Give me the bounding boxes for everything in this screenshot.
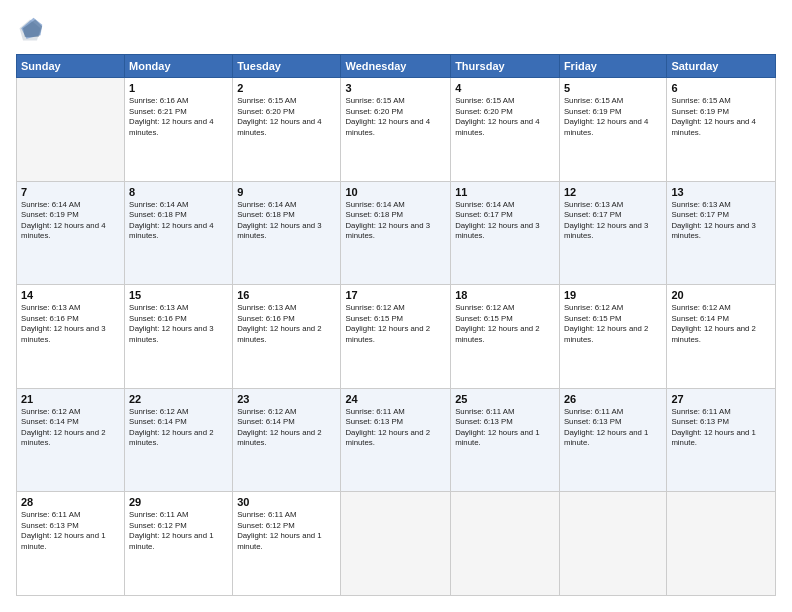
calendar-cell: 24Sunrise: 6:11 AMSunset: 6:13 PMDayligh… [341, 388, 451, 492]
day-info: Sunrise: 6:14 AMSunset: 6:18 PMDaylight:… [345, 200, 446, 242]
day-number: 17 [345, 289, 446, 301]
calendar-cell: 2Sunrise: 6:15 AMSunset: 6:20 PMDaylight… [233, 78, 341, 182]
day-number: 20 [671, 289, 771, 301]
calendar-cell: 11Sunrise: 6:14 AMSunset: 6:17 PMDayligh… [451, 181, 560, 285]
calendar-cell: 8Sunrise: 6:14 AMSunset: 6:18 PMDaylight… [125, 181, 233, 285]
calendar-cell: 15Sunrise: 6:13 AMSunset: 6:16 PMDayligh… [125, 285, 233, 389]
calendar-cell: 26Sunrise: 6:11 AMSunset: 6:13 PMDayligh… [559, 388, 666, 492]
calendar-cell: 1Sunrise: 6:16 AMSunset: 6:21 PMDaylight… [125, 78, 233, 182]
calendar-cell: 25Sunrise: 6:11 AMSunset: 6:13 PMDayligh… [451, 388, 560, 492]
day-info: Sunrise: 6:12 AMSunset: 6:15 PMDaylight:… [564, 303, 662, 345]
weekday-header: Saturday [667, 55, 776, 78]
day-info: Sunrise: 6:15 AMSunset: 6:20 PMDaylight:… [345, 96, 446, 138]
calendar-cell: 21Sunrise: 6:12 AMSunset: 6:14 PMDayligh… [17, 388, 125, 492]
day-number: 29 [129, 496, 228, 508]
logo-icon [16, 16, 44, 44]
day-info: Sunrise: 6:12 AMSunset: 6:14 PMDaylight:… [129, 407, 228, 449]
calendar-week-row: 21Sunrise: 6:12 AMSunset: 6:14 PMDayligh… [17, 388, 776, 492]
day-number: 8 [129, 186, 228, 198]
day-number: 30 [237, 496, 336, 508]
day-number: 9 [237, 186, 336, 198]
weekday-header: Monday [125, 55, 233, 78]
day-number: 6 [671, 82, 771, 94]
day-info: Sunrise: 6:11 AMSunset: 6:13 PMDaylight:… [21, 510, 120, 552]
calendar-cell [667, 492, 776, 596]
day-number: 12 [564, 186, 662, 198]
calendar-cell: 17Sunrise: 6:12 AMSunset: 6:15 PMDayligh… [341, 285, 451, 389]
day-number: 2 [237, 82, 336, 94]
day-info: Sunrise: 6:12 AMSunset: 6:15 PMDaylight:… [345, 303, 446, 345]
calendar-cell [559, 492, 666, 596]
day-info: Sunrise: 6:11 AMSunset: 6:12 PMDaylight:… [129, 510, 228, 552]
calendar-cell: 7Sunrise: 6:14 AMSunset: 6:19 PMDaylight… [17, 181, 125, 285]
day-number: 28 [21, 496, 120, 508]
day-number: 3 [345, 82, 446, 94]
day-number: 5 [564, 82, 662, 94]
day-info: Sunrise: 6:15 AMSunset: 6:20 PMDaylight:… [237, 96, 336, 138]
day-info: Sunrise: 6:14 AMSunset: 6:18 PMDaylight:… [129, 200, 228, 242]
day-info: Sunrise: 6:13 AMSunset: 6:16 PMDaylight:… [237, 303, 336, 345]
weekday-header: Thursday [451, 55, 560, 78]
calendar-cell: 29Sunrise: 6:11 AMSunset: 6:12 PMDayligh… [125, 492, 233, 596]
day-info: Sunrise: 6:12 AMSunset: 6:15 PMDaylight:… [455, 303, 555, 345]
calendar-cell: 22Sunrise: 6:12 AMSunset: 6:14 PMDayligh… [125, 388, 233, 492]
logo [16, 16, 48, 44]
calendar-cell: 13Sunrise: 6:13 AMSunset: 6:17 PMDayligh… [667, 181, 776, 285]
calendar-cell: 3Sunrise: 6:15 AMSunset: 6:20 PMDaylight… [341, 78, 451, 182]
day-info: Sunrise: 6:11 AMSunset: 6:13 PMDaylight:… [671, 407, 771, 449]
day-number: 10 [345, 186, 446, 198]
day-number: 26 [564, 393, 662, 405]
day-info: Sunrise: 6:13 AMSunset: 6:17 PMDaylight:… [564, 200, 662, 242]
calendar-cell: 5Sunrise: 6:15 AMSunset: 6:19 PMDaylight… [559, 78, 666, 182]
day-number: 7 [21, 186, 120, 198]
day-info: Sunrise: 6:14 AMSunset: 6:17 PMDaylight:… [455, 200, 555, 242]
day-info: Sunrise: 6:15 AMSunset: 6:19 PMDaylight:… [671, 96, 771, 138]
calendar-cell: 4Sunrise: 6:15 AMSunset: 6:20 PMDaylight… [451, 78, 560, 182]
day-info: Sunrise: 6:13 AMSunset: 6:17 PMDaylight:… [671, 200, 771, 242]
day-info: Sunrise: 6:15 AMSunset: 6:19 PMDaylight:… [564, 96, 662, 138]
calendar-cell [451, 492, 560, 596]
calendar-cell [341, 492, 451, 596]
weekday-header: Tuesday [233, 55, 341, 78]
calendar-cell: 18Sunrise: 6:12 AMSunset: 6:15 PMDayligh… [451, 285, 560, 389]
calendar-cell: 6Sunrise: 6:15 AMSunset: 6:19 PMDaylight… [667, 78, 776, 182]
calendar-cell: 23Sunrise: 6:12 AMSunset: 6:14 PMDayligh… [233, 388, 341, 492]
day-info: Sunrise: 6:14 AMSunset: 6:19 PMDaylight:… [21, 200, 120, 242]
calendar-cell [17, 78, 125, 182]
calendar-week-row: 7Sunrise: 6:14 AMSunset: 6:19 PMDaylight… [17, 181, 776, 285]
weekday-header: Friday [559, 55, 666, 78]
day-info: Sunrise: 6:15 AMSunset: 6:20 PMDaylight:… [455, 96, 555, 138]
calendar-week-row: 1Sunrise: 6:16 AMSunset: 6:21 PMDaylight… [17, 78, 776, 182]
day-number: 18 [455, 289, 555, 301]
day-number: 15 [129, 289, 228, 301]
day-info: Sunrise: 6:11 AMSunset: 6:13 PMDaylight:… [455, 407, 555, 449]
day-number: 14 [21, 289, 120, 301]
header [16, 16, 776, 44]
page: SundayMondayTuesdayWednesdayThursdayFrid… [0, 0, 792, 612]
day-number: 4 [455, 82, 555, 94]
calendar-cell: 27Sunrise: 6:11 AMSunset: 6:13 PMDayligh… [667, 388, 776, 492]
calendar-week-row: 28Sunrise: 6:11 AMSunset: 6:13 PMDayligh… [17, 492, 776, 596]
calendar-cell: 10Sunrise: 6:14 AMSunset: 6:18 PMDayligh… [341, 181, 451, 285]
calendar-cell: 9Sunrise: 6:14 AMSunset: 6:18 PMDaylight… [233, 181, 341, 285]
weekday-header: Sunday [17, 55, 125, 78]
day-info: Sunrise: 6:11 AMSunset: 6:13 PMDaylight:… [564, 407, 662, 449]
calendar-cell: 20Sunrise: 6:12 AMSunset: 6:14 PMDayligh… [667, 285, 776, 389]
day-number: 11 [455, 186, 555, 198]
day-number: 23 [237, 393, 336, 405]
day-number: 25 [455, 393, 555, 405]
day-info: Sunrise: 6:12 AMSunset: 6:14 PMDaylight:… [21, 407, 120, 449]
calendar-week-row: 14Sunrise: 6:13 AMSunset: 6:16 PMDayligh… [17, 285, 776, 389]
calendar-cell: 12Sunrise: 6:13 AMSunset: 6:17 PMDayligh… [559, 181, 666, 285]
day-info: Sunrise: 6:11 AMSunset: 6:13 PMDaylight:… [345, 407, 446, 449]
day-number: 24 [345, 393, 446, 405]
day-info: Sunrise: 6:14 AMSunset: 6:18 PMDaylight:… [237, 200, 336, 242]
day-info: Sunrise: 6:13 AMSunset: 6:16 PMDaylight:… [21, 303, 120, 345]
day-info: Sunrise: 6:12 AMSunset: 6:14 PMDaylight:… [237, 407, 336, 449]
calendar-cell: 16Sunrise: 6:13 AMSunset: 6:16 PMDayligh… [233, 285, 341, 389]
day-number: 1 [129, 82, 228, 94]
calendar-cell: 19Sunrise: 6:12 AMSunset: 6:15 PMDayligh… [559, 285, 666, 389]
day-number: 21 [21, 393, 120, 405]
day-info: Sunrise: 6:16 AMSunset: 6:21 PMDaylight:… [129, 96, 228, 138]
day-number: 27 [671, 393, 771, 405]
